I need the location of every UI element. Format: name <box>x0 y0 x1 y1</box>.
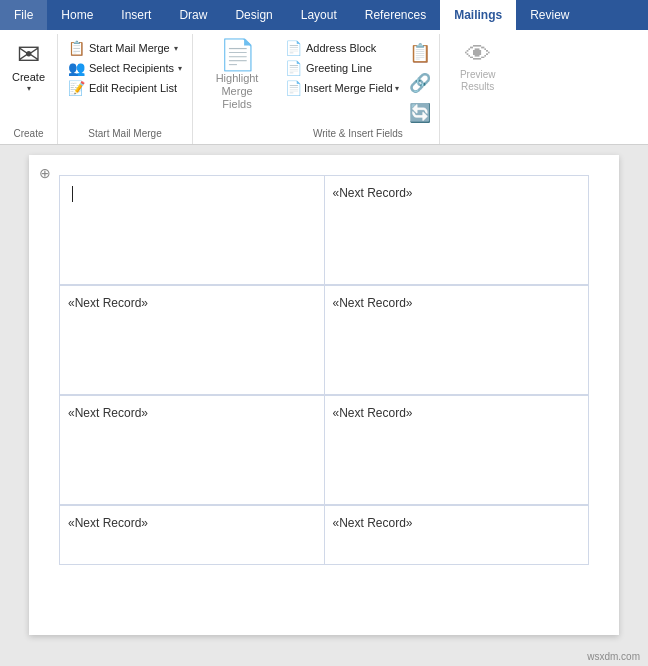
doc-row-3: «Next Record» «Next Record» <box>59 505 589 565</box>
tab-mailings[interactable]: Mailings <box>440 0 516 30</box>
next-record-1-0: «Next Record» <box>68 296 148 310</box>
insert-merge-field-icon: 📄 <box>285 80 302 96</box>
select-recipients-label: Select Recipients <box>89 62 174 74</box>
insert-merge-field-label: Insert Merge Field <box>304 82 393 94</box>
doc-cell-0-1: «Next Record» <box>324 175 590 285</box>
group-start-mail-merge: 📋 Start Mail Merge ▾ 👥 Select Recipients… <box>58 34 193 144</box>
tab-design[interactable]: Design <box>221 0 286 30</box>
create-button[interactable]: ✉ Create ▾ <box>6 36 51 98</box>
preview-label: Preview Results <box>452 69 504 93</box>
tab-layout[interactable]: Layout <box>287 0 351 30</box>
text-cursor <box>72 186 73 202</box>
edit-recipient-list-label: Edit Recipient List <box>89 82 177 94</box>
doc-cell-3-1: «Next Record» <box>324 505 590 565</box>
select-recipients-icon: 👥 <box>68 60 85 76</box>
address-block-label: Address Block <box>306 42 376 54</box>
select-recipients-button[interactable]: 👥 Select Recipients ▾ <box>64 58 186 78</box>
group-preview: 👁 Preview Results x <box>440 34 516 144</box>
next-record-2-0: «Next Record» <box>68 406 148 420</box>
greeting-line-label: Greeting Line <box>306 62 372 74</box>
doc-cell-2-1: «Next Record» <box>324 395 590 505</box>
tab-insert[interactable]: Insert <box>107 0 165 30</box>
tab-review[interactable]: Review <box>516 0 583 30</box>
tab-references[interactable]: References <box>351 0 440 30</box>
preview-results-button[interactable]: 👁 Preview Results <box>446 36 510 98</box>
ribbon-body: ✉ Create ▾ Create 📋 Start Mail Merge ▾ 👥 <box>0 30 648 144</box>
create-icon: ✉ <box>17 41 40 69</box>
group-write-insert: 📄 Address Block 📄 Greeting Line 📄 Insert… <box>277 34 440 144</box>
group-highlight: 📄 Highlight Merge Fields x <box>193 34 277 144</box>
doc-row-2: «Next Record» «Next Record» <box>59 395 589 505</box>
highlight-icon: 📄 <box>219 40 256 70</box>
start-mail-merge-icon: 📋 <box>68 40 85 56</box>
tab-file[interactable]: File <box>0 0 47 30</box>
next-record-1-1: «Next Record» <box>333 296 413 310</box>
insert-merge-field-chevron: ▾ <box>395 84 399 93</box>
move-handle[interactable]: ⊕ <box>39 165 51 181</box>
next-record-3-1: «Next Record» <box>333 516 413 530</box>
doc-row-1: «Next Record» «Next Record» <box>59 285 589 395</box>
next-record-2-1: «Next Record» <box>333 406 413 420</box>
edit-recipient-list-icon: 📝 <box>68 80 85 96</box>
doc-cell-2-0: «Next Record» <box>59 395 324 505</box>
doc-cell-1-0: «Next Record» <box>59 285 324 395</box>
doc-cell-1-1: «Next Record» <box>324 285 590 395</box>
ribbon: File Home Insert Draw Design Layout Refe… <box>0 0 648 145</box>
group-create: ✉ Create ▾ Create <box>0 34 58 144</box>
start-mail-merge-group-label: Start Mail Merge <box>64 126 186 142</box>
doc-cell-0-0 <box>59 175 324 285</box>
create-chevron: ▾ <box>27 84 31 93</box>
start-mail-merge-chevron: ▾ <box>174 44 178 53</box>
match-fields-icon: 🔗 <box>409 72 431 94</box>
tab-draw[interactable]: Draw <box>165 0 221 30</box>
create-group-label: Create <box>6 126 51 142</box>
watermark: wsxdm.com <box>587 651 640 662</box>
insert-merge-field-button[interactable]: 📄 Insert Merge Field ▾ <box>281 78 403 98</box>
doc-row-0: «Next Record» <box>59 175 589 285</box>
address-block-icon: 📄 <box>285 40 302 56</box>
write-insert-group-label: Write & Insert Fields <box>281 126 435 142</box>
preview-icon: 👁 <box>465 41 491 67</box>
next-record-0-1: «Next Record» <box>333 186 413 200</box>
doc-cell-3-0: «Next Record» <box>59 505 324 565</box>
start-mail-merge-label: Start Mail Merge <box>89 42 170 54</box>
select-recipients-chevron: ▾ <box>178 64 182 73</box>
tab-home[interactable]: Home <box>47 0 107 30</box>
greeting-line-icon: 📄 <box>285 60 302 76</box>
next-record-3-0: «Next Record» <box>68 516 148 530</box>
address-block-button[interactable]: 📄 Address Block <box>281 38 403 58</box>
match-fields-button[interactable]: 🔗 <box>405 70 435 96</box>
document-page: ⊕ «Next Record» «Next Record» «Next Reco… <box>29 155 619 635</box>
rules-button[interactable]: 📋 <box>405 40 435 66</box>
highlight-merge-fields-button[interactable]: 📄 Highlight Merge Fields <box>199 36 275 116</box>
create-label: Create <box>12 71 45 84</box>
start-mail-merge-button[interactable]: 📋 Start Mail Merge ▾ <box>64 38 186 58</box>
greeting-line-button[interactable]: 📄 Greeting Line <box>281 58 403 78</box>
update-labels-icon: 🔄 <box>409 102 431 124</box>
tab-bar: File Home Insert Draw Design Layout Refe… <box>0 0 648 30</box>
highlight-label: Highlight Merge Fields <box>207 72 267 112</box>
update-labels-button[interactable]: 🔄 <box>405 100 435 126</box>
edit-recipient-list-button[interactable]: 📝 Edit Recipient List <box>64 78 186 98</box>
document-area: ⊕ «Next Record» «Next Record» «Next Reco… <box>0 145 648 666</box>
rules-icon: 📋 <box>409 42 431 64</box>
